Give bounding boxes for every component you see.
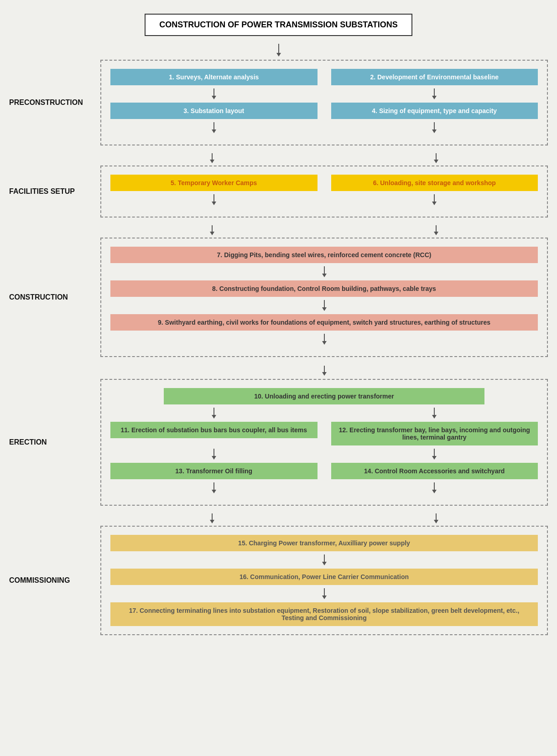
facilities-label: FACILITIES SETUP: [9, 166, 100, 217]
node-14: 14. Control Room Accessories and switchy…: [331, 463, 538, 479]
pre-arrows-1: [110, 85, 538, 103]
facilities-section: FACILITIES SETUP 5. Temporary Worker Cam…: [9, 166, 548, 217]
commissioning-section: COMMISSIONING 15. Charging Power transfo…: [9, 526, 548, 635]
commissioning-label: COMMISSIONING: [9, 526, 100, 635]
node-5: 5. Temporary Worker Camps: [110, 175, 318, 191]
pre-arrows-2: [110, 119, 538, 136]
construction-box: 7. Digging Pits, bending steel wires, re…: [100, 238, 548, 357]
node-1: 1. Surveys, Alternate analysis: [110, 69, 318, 85]
con-to-erect-arrow: [100, 362, 548, 379]
node-12: 12. Erecting transformer bay, line bays,…: [331, 422, 538, 445]
erect-arrows-3: [110, 479, 538, 497]
title-arrow: [276, 44, 281, 57]
erect-arrows-2: [110, 445, 538, 463]
node-15: 15. Charging Power transformer, Auxillia…: [110, 535, 538, 551]
erect-split-arrows: [110, 404, 538, 422]
preconstruction-section: PRECONSTRUCTION 1. Surveys, Alternate an…: [9, 60, 548, 145]
node-11: 11. Erection of substation bus bars bus …: [110, 422, 318, 438]
pre-to-fac-arrows: [100, 151, 548, 166]
node-7: 7. Digging Pits, bending steel wires, re…: [110, 247, 538, 263]
node-2: 2. Development of Environmental baseline: [331, 69, 538, 85]
node-3: 3. Substation layout: [110, 103, 318, 119]
node-4: 4. Sizing of equipment, type and capacit…: [331, 103, 538, 119]
node-8: 8. Constructing foundation, Control Room…: [110, 280, 538, 297]
facilities-box: 5. Temporary Worker Camps 6. Unloading, …: [100, 166, 548, 217]
erection-label: ERECTION: [9, 379, 100, 506]
fac-arrows-1: [110, 191, 538, 208]
construction-section: CONSTRUCTION 7. Digging Pits, bending st…: [9, 238, 548, 357]
erection-box: 10. Unloading and erecting power transfo…: [100, 379, 548, 506]
preconstruction-row1: 1. Surveys, Alternate analysis 2. Develo…: [110, 69, 538, 85]
commissioning-box: 15. Charging Power transformer, Auxillia…: [100, 526, 548, 635]
node-13: 13. Transformer Oil filling: [110, 463, 318, 479]
construction-label: CONSTRUCTION: [9, 238, 100, 357]
fac-to-con-arrows: [100, 223, 548, 238]
node-17: 17. Connecting terminating lines into su…: [110, 602, 538, 626]
preconstruction-row2: 3. Substation layout 4. Sizing of equipm…: [110, 103, 538, 119]
facilities-row1: 5. Temporary Worker Camps 6. Unloading, …: [110, 175, 538, 191]
node-16: 16. Communication, Power Line Carrier Co…: [110, 569, 538, 585]
node-10: 10. Unloading and erecting power transfo…: [164, 388, 484, 404]
erection-row3: 13. Transformer Oil filling 14. Control …: [110, 463, 538, 479]
preconstruction-box: 1. Surveys, Alternate analysis 2. Develo…: [100, 60, 548, 145]
node-6: 6. Unloading, site storage and workshop: [331, 175, 538, 191]
preconstruction-label: PRECONSTRUCTION: [9, 60, 100, 145]
erect-to-comm-arrows: [100, 511, 548, 526]
page-title: CONSTRUCTION OF POWER TRANSMISSION SUBST…: [145, 14, 412, 36]
node-9: 9. Swithyard earthing, civil works for f…: [110, 314, 538, 331]
erection-row2: 11. Erection of substation bus bars bus …: [110, 422, 538, 445]
erection-section: ERECTION 10. Unloading and erecting powe…: [9, 379, 548, 506]
